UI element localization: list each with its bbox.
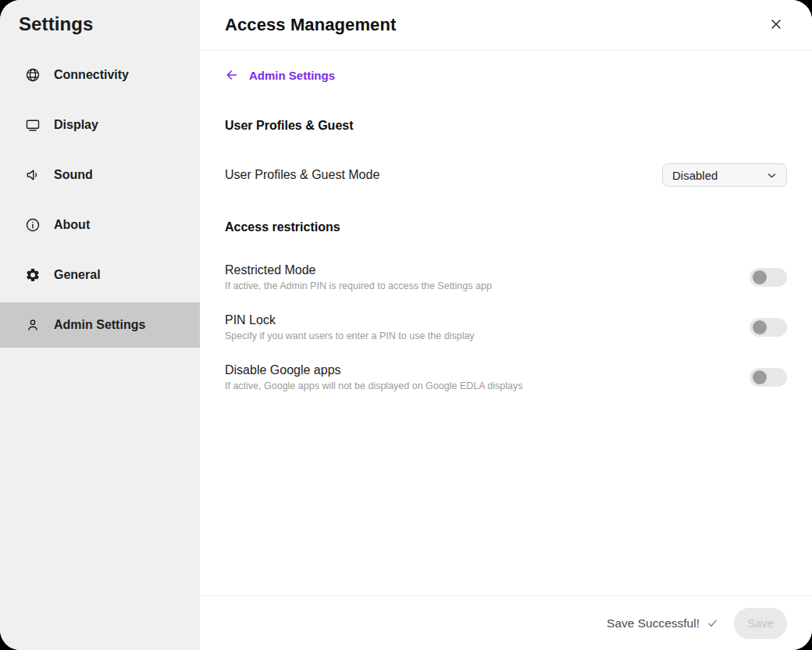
content: Admin Settings User Profiles & Guest Use… bbox=[200, 51, 812, 595]
toggle-knob bbox=[753, 270, 767, 284]
toggle-knob bbox=[753, 370, 767, 384]
page-title: Access Management bbox=[225, 15, 396, 35]
sidebar-item-label: Display bbox=[54, 118, 98, 132]
monitor-icon bbox=[25, 117, 41, 133]
person-icon bbox=[25, 317, 41, 333]
setting-label: User Profiles & Guest Mode bbox=[225, 168, 379, 182]
footer: Save Successful! Save bbox=[200, 595, 812, 650]
sidebar: Settings Connectivity bbox=[0, 0, 200, 650]
save-status-text: Save Successful! bbox=[607, 616, 700, 630]
speaker-icon bbox=[25, 167, 41, 183]
pin-lock-toggle[interactable] bbox=[750, 318, 787, 337]
sidebar-item-label: Connectivity bbox=[54, 68, 129, 82]
main-panel: Access Management Admin Settings User P bbox=[200, 0, 812, 650]
setting-label: Disable Google apps bbox=[225, 362, 522, 378]
section-heading-access-restrictions: Access restrictions bbox=[225, 220, 787, 235]
setting-label: PIN Lock bbox=[225, 312, 475, 328]
check-icon bbox=[707, 617, 718, 629]
restricted-mode-toggle[interactable] bbox=[750, 268, 787, 287]
app-title: Settings bbox=[0, 0, 200, 36]
sidebar-item-admin-settings[interactable]: Admin Settings bbox=[0, 302, 200, 348]
globe-icon bbox=[25, 67, 41, 83]
sidebar-item-display[interactable]: Display bbox=[0, 102, 200, 148]
sidebar-item-general[interactable]: General bbox=[0, 252, 200, 298]
sidebar-item-label: General bbox=[54, 268, 101, 282]
dropdown-value: Disabled bbox=[672, 169, 718, 182]
back-link[interactable]: Admin Settings bbox=[225, 66, 335, 84]
sidebar-item-label: About bbox=[54, 218, 90, 232]
setting-row-disable-google-apps: Disable Google apps If active, Google ap… bbox=[225, 362, 787, 393]
gear-icon bbox=[25, 267, 41, 283]
info-icon bbox=[25, 217, 41, 233]
setting-description: If active, Google apps will not be displ… bbox=[225, 380, 522, 393]
toggle-knob bbox=[753, 320, 767, 334]
setting-label: Restricted Mode bbox=[225, 262, 492, 278]
save-status: Save Successful! bbox=[607, 616, 718, 630]
save-button[interactable]: Save bbox=[734, 608, 787, 639]
setting-description: Specify if you want users to enter a PIN… bbox=[225, 330, 475, 343]
close-button[interactable] bbox=[765, 14, 787, 36]
sidebar-item-label: Sound bbox=[54, 168, 93, 182]
back-arrow-icon bbox=[225, 68, 239, 82]
sidebar-item-label: Admin Settings bbox=[54, 318, 145, 332]
setting-description: If active, the Admin PIN is required to … bbox=[225, 280, 492, 293]
close-icon bbox=[768, 16, 784, 34]
sidebar-item-about[interactable]: About bbox=[0, 202, 200, 248]
setting-row-restricted-mode: Restricted Mode If active, the Admin PIN… bbox=[225, 262, 787, 293]
setting-row-pin-lock: PIN Lock Specify if you want users to en… bbox=[225, 312, 787, 343]
sidebar-nav: Connectivity Display S bbox=[0, 52, 200, 352]
back-link-label: Admin Settings bbox=[249, 69, 335, 82]
setting-row-user-profiles-mode: User Profiles & Guest Mode Disabled bbox=[225, 163, 787, 187]
disable-google-apps-toggle[interactable] bbox=[750, 368, 787, 387]
user-profiles-mode-dropdown[interactable]: Disabled bbox=[662, 163, 787, 187]
sidebar-item-sound[interactable]: Sound bbox=[0, 152, 200, 198]
settings-window: Settings Connectivity bbox=[0, 0, 812, 650]
dialog-header: Access Management bbox=[200, 0, 812, 51]
section-heading-user-profiles: User Profiles & Guest bbox=[225, 118, 787, 134]
access-restrictions-list: Restricted Mode If active, the Admin PIN… bbox=[225, 262, 787, 393]
chevron-down-icon bbox=[766, 170, 778, 181]
sidebar-item-connectivity[interactable]: Connectivity bbox=[0, 52, 200, 98]
